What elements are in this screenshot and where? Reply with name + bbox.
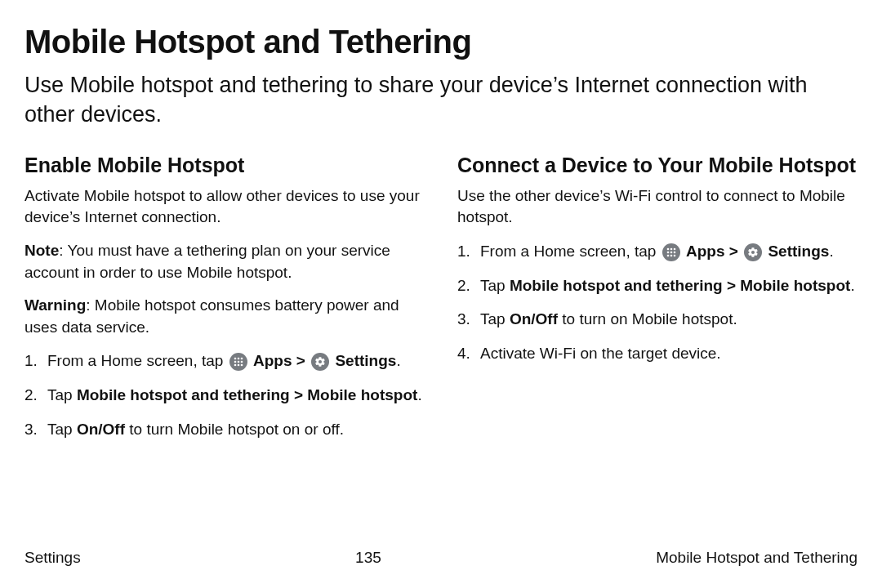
step-bold: Mobile hotspot and tethering > Mobile ho… xyxy=(77,386,417,403)
step-text: Tap xyxy=(480,277,510,294)
svg-point-5 xyxy=(240,361,243,363)
settings-icon xyxy=(744,243,762,261)
settings-label: Settings xyxy=(335,352,396,369)
step-text: Tap xyxy=(47,421,77,438)
svg-point-13 xyxy=(670,252,672,254)
footer-right: Mobile Hotspot and Tethering xyxy=(656,549,858,567)
settings-label: Settings xyxy=(768,243,829,260)
svg-point-16 xyxy=(670,255,672,257)
apps-label: Apps xyxy=(253,352,292,369)
right-step-4: Activate Wi-Fi on the target device. xyxy=(457,342,858,365)
warning-label: Warning xyxy=(24,296,86,314)
step-text: to turn Mobile hotspot on or off. xyxy=(125,421,344,438)
apps-label: Apps xyxy=(686,243,725,260)
step-text: Tap xyxy=(480,310,510,327)
right-column: Connect a Device to Your Mobile Hotspot … xyxy=(457,153,858,452)
svg-point-12 xyxy=(666,252,669,254)
left-column: Enable Mobile Hotspot Activate Mobile ho… xyxy=(24,153,425,452)
svg-point-2 xyxy=(240,358,243,360)
step-text: From a Home screen, tap xyxy=(47,352,228,369)
right-description: Use the other device’s Wi-Fi control to … xyxy=(457,185,858,229)
svg-point-1 xyxy=(237,358,239,360)
right-heading: Connect a Device to Your Mobile Hotspot xyxy=(457,153,858,177)
svg-point-6 xyxy=(234,364,236,367)
step-text: to turn on Mobile hotspot. xyxy=(558,310,737,327)
footer-page-number: 135 xyxy=(355,549,381,567)
svg-point-15 xyxy=(666,255,669,257)
settings-icon xyxy=(311,353,329,371)
svg-point-4 xyxy=(237,361,239,363)
step-text: . xyxy=(850,277,854,294)
svg-point-9 xyxy=(666,248,669,251)
step-text: . xyxy=(396,352,400,369)
footer-left: Settings xyxy=(24,549,81,567)
left-warning: Warning: Mobile hotspot consumes battery… xyxy=(24,295,425,338)
svg-point-8 xyxy=(240,364,243,367)
two-column-layout: Enable Mobile Hotspot Activate Mobile ho… xyxy=(24,153,858,452)
left-step-3: Tap On/Off to turn Mobile hotspot on or … xyxy=(24,418,425,441)
step-text: . xyxy=(417,386,421,403)
svg-point-14 xyxy=(673,252,675,254)
left-note: Note: You must have a tethering plan on … xyxy=(24,240,425,283)
apps-icon xyxy=(229,353,247,371)
left-step-2: Tap Mobile hotspot and tethering > Mobil… xyxy=(24,384,425,407)
svg-point-17 xyxy=(673,255,675,257)
svg-point-7 xyxy=(237,364,239,367)
step-text: Activate Wi-Fi on the target device. xyxy=(480,345,721,362)
left-description: Activate Mobile hotspot to allow other d… xyxy=(24,185,425,229)
left-heading: Enable Mobile Hotspot xyxy=(24,153,425,177)
page-footer: Settings 135 Mobile Hotspot and Tetherin… xyxy=(24,549,858,567)
note-text: : You must have a tethering plan on your… xyxy=(24,242,390,281)
note-label: Note xyxy=(24,242,59,259)
step-text: Tap xyxy=(47,386,77,403)
separator: > xyxy=(296,352,310,369)
separator: > xyxy=(729,243,742,260)
svg-point-0 xyxy=(234,358,236,360)
step-text: . xyxy=(829,243,833,260)
step-bold: Mobile hotspot and tethering > Mobile ho… xyxy=(510,277,850,294)
left-steps: From a Home screen, tap Apps > Settings.… xyxy=(24,350,425,440)
step-text: From a Home screen, tap xyxy=(480,243,661,260)
page-title: Mobile Hotspot and Tethering xyxy=(24,24,858,59)
page-intro: Use Mobile hotspot and tethering to shar… xyxy=(24,70,858,130)
apps-icon xyxy=(662,243,680,261)
svg-point-11 xyxy=(673,248,675,251)
svg-point-3 xyxy=(234,361,236,363)
left-step-1: From a Home screen, tap Apps > Settings. xyxy=(24,350,425,372)
step-bold: On/Off xyxy=(77,421,125,438)
step-bold: On/Off xyxy=(510,310,558,327)
right-step-2: Tap Mobile hotspot and tethering > Mobil… xyxy=(457,274,858,297)
manual-page: Mobile Hotspot and Tethering Use Mobile … xyxy=(24,24,858,588)
right-steps: From a Home screen, tap Apps > Settings.… xyxy=(457,240,858,364)
right-step-3: Tap On/Off to turn on Mobile hotspot. xyxy=(457,308,858,331)
svg-point-10 xyxy=(670,248,672,251)
right-step-1: From a Home screen, tap Apps > Settings. xyxy=(457,240,858,263)
